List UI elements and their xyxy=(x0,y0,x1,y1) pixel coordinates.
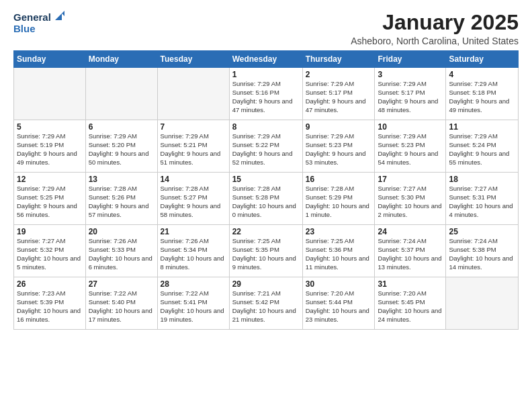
calendar-cell: 10Sunrise: 7:29 AM Sunset: 5:23 PM Dayli… xyxy=(375,120,446,173)
day-info: Sunrise: 7:29 AM Sunset: 5:24 PM Dayligh… xyxy=(449,132,515,167)
calendar-cell: 6Sunrise: 7:29 AM Sunset: 5:20 PM Daylig… xyxy=(85,120,157,173)
day-info: Sunrise: 7:23 AM Sunset: 5:39 PM Dayligh… xyxy=(17,289,83,324)
day-info: Sunrise: 7:29 AM Sunset: 5:17 PM Dayligh… xyxy=(306,80,372,114)
day-number: 2 xyxy=(306,70,372,79)
day-number: 8 xyxy=(232,122,300,132)
day-number: 30 xyxy=(306,279,372,289)
logo-blue: Blue xyxy=(13,23,36,34)
calendar-cell: 29Sunrise: 7:21 AM Sunset: 5:42 PM Dayli… xyxy=(229,277,302,330)
day-info: Sunrise: 7:29 AM Sunset: 5:18 PM Dayligh… xyxy=(449,80,515,114)
logo: General Blue xyxy=(13,11,64,34)
calendar-cell: 3Sunrise: 7:29 AM Sunset: 5:17 PM Daylig… xyxy=(375,68,446,120)
week-row-4: 19Sunrise: 7:27 AM Sunset: 5:32 PM Dayli… xyxy=(14,225,519,277)
calendar-cell xyxy=(14,68,86,120)
day-number: 7 xyxy=(161,122,226,132)
day-info: Sunrise: 7:28 AM Sunset: 5:27 PM Dayligh… xyxy=(161,185,226,219)
calendar-cell: 20Sunrise: 7:26 AM Sunset: 5:33 PM Dayli… xyxy=(85,225,157,277)
day-info: Sunrise: 7:27 AM Sunset: 5:30 PM Dayligh… xyxy=(378,185,443,219)
day-info: Sunrise: 7:27 AM Sunset: 5:32 PM Dayligh… xyxy=(17,237,83,271)
day-info: Sunrise: 7:28 AM Sunset: 5:26 PM Dayligh… xyxy=(89,185,154,219)
weekday-header-friday: Friday xyxy=(375,51,446,68)
calendar-cell: 25Sunrise: 7:24 AM Sunset: 5:38 PM Dayli… xyxy=(446,225,519,277)
calendar-cell: 9Sunrise: 7:29 AM Sunset: 5:23 PM Daylig… xyxy=(302,120,375,173)
weekday-header-wednesday: Wednesday xyxy=(229,51,302,68)
day-info: Sunrise: 7:25 AM Sunset: 5:35 PM Dayligh… xyxy=(232,237,300,271)
day-number: 16 xyxy=(306,175,372,184)
calendar-cell: 11Sunrise: 7:29 AM Sunset: 5:24 PM Dayli… xyxy=(446,120,519,173)
weekday-header-saturday: Saturday xyxy=(446,51,519,68)
weekday-header-sunday: Sunday xyxy=(14,51,86,68)
day-number: 10 xyxy=(378,122,443,132)
calendar-cell: 8Sunrise: 7:29 AM Sunset: 5:22 PM Daylig… xyxy=(229,120,302,173)
day-info: Sunrise: 7:22 AM Sunset: 5:40 PM Dayligh… xyxy=(89,289,154,324)
day-info: Sunrise: 7:27 AM Sunset: 5:31 PM Dayligh… xyxy=(449,185,515,219)
calendar-cell: 5Sunrise: 7:29 AM Sunset: 5:19 PM Daylig… xyxy=(14,120,86,173)
calendar-cell: 12Sunrise: 7:29 AM Sunset: 5:25 PM Dayli… xyxy=(14,173,86,225)
svg-marker-0 xyxy=(55,13,62,20)
day-number: 19 xyxy=(17,227,83,236)
svg-marker-1 xyxy=(62,11,64,16)
calendar-cell: 27Sunrise: 7:22 AM Sunset: 5:40 PM Dayli… xyxy=(85,277,157,330)
day-number: 22 xyxy=(232,227,300,236)
day-info: Sunrise: 7:29 AM Sunset: 5:23 PM Dayligh… xyxy=(306,132,372,167)
day-number: 15 xyxy=(232,175,300,184)
calendar-cell: 22Sunrise: 7:25 AM Sunset: 5:35 PM Dayli… xyxy=(229,225,302,277)
calendar-cell: 13Sunrise: 7:28 AM Sunset: 5:26 PM Dayli… xyxy=(85,173,157,225)
day-info: Sunrise: 7:29 AM Sunset: 5:19 PM Dayligh… xyxy=(17,132,83,167)
calendar-cell: 26Sunrise: 7:23 AM Sunset: 5:39 PM Dayli… xyxy=(14,277,86,330)
day-info: Sunrise: 7:26 AM Sunset: 5:34 PM Dayligh… xyxy=(161,237,226,271)
day-number: 29 xyxy=(232,279,300,289)
day-number: 17 xyxy=(378,175,443,184)
calendar-cell: 28Sunrise: 7:22 AM Sunset: 5:41 PM Dayli… xyxy=(157,277,229,330)
week-row-1: 1Sunrise: 7:29 AM Sunset: 5:16 PM Daylig… xyxy=(14,68,519,120)
day-info: Sunrise: 7:21 AM Sunset: 5:42 PM Dayligh… xyxy=(232,289,300,324)
day-info: Sunrise: 7:26 AM Sunset: 5:33 PM Dayligh… xyxy=(89,237,154,271)
day-number: 11 xyxy=(449,122,515,132)
day-number: 23 xyxy=(306,227,372,236)
day-info: Sunrise: 7:24 AM Sunset: 5:38 PM Dayligh… xyxy=(449,237,515,271)
calendar-cell: 31Sunrise: 7:20 AM Sunset: 5:45 PM Dayli… xyxy=(375,277,446,330)
logo-general: General xyxy=(13,11,51,23)
weekday-header-tuesday: Tuesday xyxy=(157,51,229,68)
week-row-2: 5Sunrise: 7:29 AM Sunset: 5:19 PM Daylig… xyxy=(14,120,519,173)
calendar-cell xyxy=(157,68,229,120)
day-number: 4 xyxy=(449,70,515,79)
week-row-3: 12Sunrise: 7:29 AM Sunset: 5:25 PM Dayli… xyxy=(14,173,519,225)
day-number: 24 xyxy=(378,227,443,236)
calendar-cell xyxy=(446,277,519,330)
logo-arrow xyxy=(52,11,64,23)
week-row-5: 26Sunrise: 7:23 AM Sunset: 5:39 PM Dayli… xyxy=(14,277,519,330)
calendar-cell: 17Sunrise: 7:27 AM Sunset: 5:30 PM Dayli… xyxy=(375,173,446,225)
day-number: 12 xyxy=(17,175,83,184)
day-info: Sunrise: 7:28 AM Sunset: 5:29 PM Dayligh… xyxy=(306,185,372,219)
calendar-cell: 18Sunrise: 7:27 AM Sunset: 5:31 PM Dayli… xyxy=(446,173,519,225)
day-info: Sunrise: 7:28 AM Sunset: 5:28 PM Dayligh… xyxy=(232,185,300,219)
calendar-cell: 19Sunrise: 7:27 AM Sunset: 5:32 PM Dayli… xyxy=(14,225,86,277)
day-info: Sunrise: 7:29 AM Sunset: 5:22 PM Dayligh… xyxy=(232,132,300,167)
calendar-cell: 14Sunrise: 7:28 AM Sunset: 5:27 PM Dayli… xyxy=(157,173,229,225)
day-info: Sunrise: 7:20 AM Sunset: 5:44 PM Dayligh… xyxy=(306,289,372,324)
day-number: 13 xyxy=(89,175,154,184)
calendar-cell: 23Sunrise: 7:25 AM Sunset: 5:36 PM Dayli… xyxy=(302,225,375,277)
day-info: Sunrise: 7:29 AM Sunset: 5:20 PM Dayligh… xyxy=(89,132,154,167)
calendar-cell: 4Sunrise: 7:29 AM Sunset: 5:18 PM Daylig… xyxy=(446,68,519,120)
calendar-cell: 7Sunrise: 7:29 AM Sunset: 5:21 PM Daylig… xyxy=(157,120,229,173)
calendar-cell: 24Sunrise: 7:24 AM Sunset: 5:37 PM Dayli… xyxy=(375,225,446,277)
calendar-cell: 30Sunrise: 7:20 AM Sunset: 5:44 PM Dayli… xyxy=(302,277,375,330)
calendar-cell: 21Sunrise: 7:26 AM Sunset: 5:34 PM Dayli… xyxy=(157,225,229,277)
day-number: 3 xyxy=(378,70,443,79)
header: General Blue January 2025 Asheboro, Nort… xyxy=(13,11,519,46)
calendar-cell: 2Sunrise: 7:29 AM Sunset: 5:17 PM Daylig… xyxy=(302,68,375,120)
calendar-page: General Blue January 2025 Asheboro, Nort… xyxy=(0,0,532,411)
location: Asheboro, North Carolina, United States xyxy=(351,36,519,46)
day-number: 18 xyxy=(449,175,515,184)
day-number: 5 xyxy=(17,122,83,132)
day-number: 21 xyxy=(161,227,226,236)
day-info: Sunrise: 7:29 AM Sunset: 5:17 PM Dayligh… xyxy=(378,80,443,114)
day-number: 9 xyxy=(306,122,372,132)
calendar-cell: 1Sunrise: 7:29 AM Sunset: 5:16 PM Daylig… xyxy=(229,68,302,120)
day-number: 28 xyxy=(161,279,226,289)
day-info: Sunrise: 7:22 AM Sunset: 5:41 PM Dayligh… xyxy=(161,289,226,324)
calendar-cell: 16Sunrise: 7:28 AM Sunset: 5:29 PM Dayli… xyxy=(302,173,375,225)
day-info: Sunrise: 7:29 AM Sunset: 5:16 PM Dayligh… xyxy=(232,80,300,114)
